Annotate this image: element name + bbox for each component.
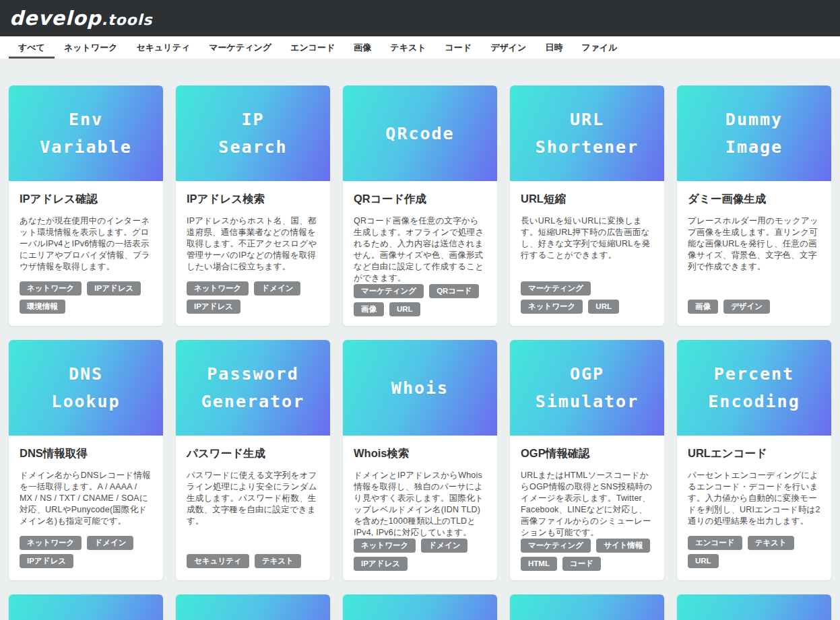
site-logo[interactable]: develop .tools [9,7,152,30]
tool-title: IPアドレス検索 [187,192,319,207]
tool-title: URLエンコード [688,446,820,461]
spacer [521,261,653,281]
tool-card[interactable] [510,594,664,620]
tag-badge[interactable]: HTML [521,557,557,571]
tag-badge[interactable]: 画像 [354,302,384,316]
tool-card[interactable]: IP SearchIPアドレス検索IPアドレスからホスト名、国、都道府県、通信事… [176,85,330,326]
spacer [688,273,820,300]
tag-badge[interactable]: マーケティング [354,284,424,298]
tool-description: あなたが現在使用中のインターネット環境情報を表示します。グローバルIPv4とIP… [20,215,152,273]
tag-badge[interactable]: ネットワーク [20,536,82,550]
tag-badge[interactable]: テキスト [748,536,794,550]
tag-badge[interactable]: IPアドレス [87,281,141,296]
tool-card[interactable] [677,594,831,620]
tag-badge[interactable]: エンコード [688,536,742,550]
tag-badge[interactable]: ドメイン [87,536,133,550]
nav-tab[interactable]: コード [436,36,482,59]
tool-card[interactable]: Percent EncodingURLエンコードパーセントエンコーディングによる… [677,340,831,580]
category-tab-bar: すべてネットワークセキュリティマーケティングエンコード画像テキストコードデザイン… [0,36,840,59]
tool-banner-title: Percent Encoding [708,360,800,415]
tool-banner-title: QRcode [385,120,454,147]
tag-badge[interactable]: マーケティング [521,539,591,553]
tool-banner-title: OGP Simulator [536,360,639,415]
card-body: パスワード生成パスワードに使える文字列をオフライン処理により安全にランダム生成し… [176,436,330,580]
tool-banner-title: Dummy Image [725,106,783,161]
tag-list: ネットワークドメインIPアドレス [20,536,152,568]
nav-tab[interactable]: すべて [9,36,55,59]
tag-badge[interactable]: サイト情報 [596,539,650,553]
nav-tab[interactable]: エンコード [281,36,344,59]
tag-badge[interactable]: 画像 [688,300,718,314]
tool-card[interactable]: URL ShortenerURL短縮長いURLを短いURLに変換します。短縮UR… [510,85,664,326]
tag-badge[interactable]: コード [562,557,601,571]
nav-tab[interactable]: マーケティング [199,36,281,59]
tool-title: IPアドレス確認 [20,192,152,207]
card-body: DNS情報取得ドメイン名からDNSレコード情報を一括取得します。A / AAAA… [9,436,163,580]
tool-banner-title: IP Search [218,106,287,161]
tag-badge[interactable]: QRコード [429,284,479,298]
tag-list: ネットワークIPアドレス環境情報 [20,281,152,314]
tool-title: DNS情報取得 [20,446,152,461]
tool-card[interactable]: Env VariableIPアドレス確認あなたが現在使用中のインターネット環境情… [9,85,163,326]
tool-banner-image: Dummy Image [677,85,831,181]
tag-badge[interactable]: URL [688,554,719,568]
tool-card-grid: Env VariableIPアドレス確認あなたが現在使用中のインターネット環境情… [0,59,840,620]
tool-banner-image [176,594,330,620]
card-body: QRコード作成QRコード画像を任意の文字から生成します。オフラインで処理されるた… [343,181,497,326]
spacer [688,527,820,536]
tool-card[interactable]: Dummy Imageダミー画像生成プレースホルダー用のモックアップ画像を生成し… [677,85,831,326]
tool-card[interactable] [9,594,163,620]
tool-card[interactable] [176,594,330,620]
nav-tab[interactable]: 日時 [536,36,572,59]
tool-description: ドメインとIPアドレスからWhois情報を取得し、独自のパーサにより見やすく表示… [354,470,486,539]
tag-badge[interactable]: セキュリティ [187,554,249,568]
tag-list: セキュリティテキスト [187,554,319,568]
tag-badge[interactable]: IPアドレス [354,557,408,571]
spacer [20,527,152,536]
tool-banner-title: DNS Lookup [51,360,120,415]
nav-tab[interactable]: セキュリティ [127,36,199,59]
tag-badge[interactable]: URL [588,300,619,314]
tag-badge[interactable]: 環境情報 [20,300,65,314]
tag-badge[interactable]: ドメイン [254,281,300,296]
tool-title: ダミー画像生成 [688,192,820,207]
tool-banner-image [343,594,497,620]
tag-list: エンコードテキストURL [688,536,820,568]
tag-badge[interactable]: IPアドレス [20,554,73,568]
tool-banner-image: Env Variable [9,85,163,181]
tool-banner-image: Whois [343,340,497,436]
tag-badge[interactable]: マーケティング [521,281,591,296]
tool-banner-image: URL Shortener [510,85,664,181]
card-body: URLエンコードパーセントエンコーディングによるエンコード・デコードを行います。… [677,436,831,580]
logo-suffix: .tools [102,11,153,28]
tag-badge[interactable]: デザイン [723,300,770,314]
tool-card[interactable]: QRcodeQRコード作成QRコード画像を任意の文字から生成します。オフラインで… [343,85,497,326]
nav-tab[interactable]: ネットワーク [55,36,127,59]
tool-card[interactable]: DNS LookupDNS情報取得ドメイン名からDNSレコード情報を一括取得しま… [9,340,163,580]
card-body: IPアドレス検索IPアドレスからホスト名、国、都道府県、通信事業者などの情報を取… [176,181,330,326]
nav-tab[interactable]: ファイル [572,36,626,59]
tool-description: URLまたはHTMLソースコードからOGP情報の取得とSNS投稿時のイメージを表… [521,470,653,539]
tool-description: パスワードに使える文字列をオフライン処理により安全にランダム生成します。パスワー… [187,470,319,527]
logo-primary: develop [9,7,102,30]
tag-badge[interactable]: IPアドレス [187,300,240,314]
tag-badge[interactable]: テキスト [255,554,301,568]
tag-badge[interactable]: ドメイン [421,539,467,553]
tag-badge[interactable]: URL [389,302,420,316]
tool-card[interactable]: Password Generatorパスワード生成パスワードに使える文字列をオフ… [176,340,330,580]
tool-description: ドメイン名からDNSレコード情報を一括取得します。A / AAAA / MX /… [20,470,152,527]
nav-tab[interactable]: テキスト [381,36,435,59]
tool-card[interactable]: WhoisWhois検索ドメインとIPアドレスからWhois情報を取得し、独自の… [343,340,497,580]
tag-badge[interactable]: ネットワーク [20,281,82,296]
tag-badge[interactable]: ネットワーク [354,539,416,553]
nav-tab[interactable]: 画像 [344,36,381,59]
tag-list: マーケティングQRコード画像URL [354,284,486,316]
tool-card[interactable]: OGP SimulatorOGP情報確認URLまたはHTMLソースコードからOG… [510,340,664,580]
tag-badge[interactable]: ネットワーク [521,300,583,314]
tool-banner-title: Password Generator [201,360,304,415]
nav-tab[interactable]: デザイン [481,36,536,59]
tool-card[interactable] [343,594,497,620]
tag-list: ネットワークドメインIPアドレス [354,539,486,571]
tag-badge[interactable]: ネットワーク [187,281,249,296]
tool-banner-image [677,594,831,620]
